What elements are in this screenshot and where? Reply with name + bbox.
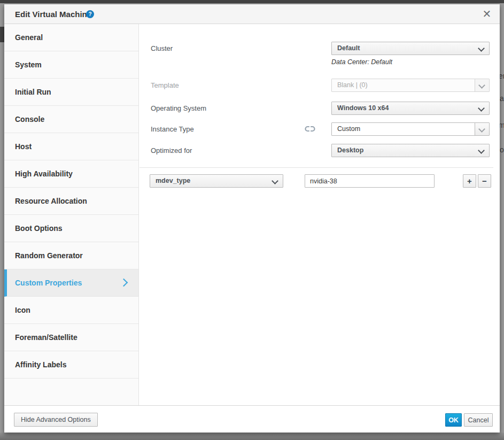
instance-type-combobox[interactable]: Custom [331,122,490,136]
data-center-hint: Data Center: Default [331,58,392,66]
cluster-value: Default [337,42,360,55]
sidebar-item-label: Console [15,115,44,123]
custom-property-key: mdev_type [156,175,190,187]
add-custom-property-button[interactable]: + [463,174,476,188]
edit-vm-dialog: Edit Virtual Machine ? ✕ General System … [4,4,500,433]
instance-type-value: Custom [337,123,360,135]
backdrop-masthead [0,0,504,3]
cluster-select[interactable]: Default [331,42,490,55]
sidebar-item-label: Foreman/Satellite [15,333,77,342]
sidebar-item-random-generator[interactable]: Random Generator [4,242,138,269]
dialog-sidebar: General System Initial Run Console Host … [4,24,139,405]
sidebar-item-label: High Availability [15,169,73,178]
sidebar-item-label: Resource Allocation [15,197,87,205]
hide-advanced-options-button[interactable]: Hide Advanced Options [14,413,98,427]
backdrop-text-fragment: o [500,145,504,154]
sidebar-item-high-availability[interactable]: High Availability [4,160,138,188]
custom-property-key-select[interactable]: mdev_type [150,174,283,188]
section-divider [139,167,493,168]
sidebar-item-general[interactable]: General [4,24,138,51]
sidebar-item-label: Initial Run [15,88,51,96]
template-dropdown-button [475,79,489,91]
sidebar-item-icon[interactable]: Icon [4,297,138,324]
ok-button[interactable]: OK [445,413,462,427]
sidebar-item-label: Affinity Labels [15,360,66,369]
chevron-down-icon [478,105,485,112]
chevron-down-icon [272,177,278,184]
chevron-right-icon [120,279,128,287]
sidebar-item-affinity-labels[interactable]: Affinity Labels [4,351,138,379]
operating-system-label: Operating System [151,102,206,115]
sidebar-item-custom-properties[interactable]: Custom Properties [4,269,138,297]
cancel-button[interactable]: Cancel [464,413,493,427]
dialog-footer: Hide Advanced Options OK Cancel [4,405,500,433]
operating-system-select[interactable]: Windows 10 x64 [331,102,490,115]
help-icon[interactable]: ? [86,10,94,18]
sidebar-item-label: Boot Options [15,224,63,233]
sidebar-item-label: Host [15,142,32,151]
close-icon[interactable]: ✕ [481,8,493,20]
sidebar-item-label: Custom Properties [15,279,82,287]
dialog-title: Edit Virtual Machine [15,4,91,24]
sidebar-item-system[interactable]: System [4,51,138,79]
instance-type-label: Instance Type [151,122,194,136]
chevron-down-icon [478,126,485,133]
custom-property-value-input[interactable] [305,174,435,188]
sidebar-item-label: Icon [15,306,30,314]
optimized-for-value: Desktop [337,144,363,157]
chevron-down-icon [478,45,485,52]
remove-custom-property-button[interactable]: − [478,174,491,188]
operating-system-value: Windows 10 x64 [337,102,389,114]
sidebar-item-boot-options[interactable]: Boot Options [4,215,138,242]
sidebar-item-host[interactable]: Host [4,133,138,160]
sidebar-item-label: General [15,33,43,42]
backdrop-text-fragment: a [500,94,504,103]
unlink-icon [304,125,316,133]
backdrop-element [0,27,4,42]
sidebar-item-initial-run[interactable]: Initial Run [4,79,138,106]
sidebar-item-label: System [15,60,42,69]
sidebar-item-foreman-satellite[interactable]: Foreman/Satellite [4,324,138,351]
template-label: Template [151,79,179,92]
sidebar-item-label: Random Generator [15,251,83,260]
sidebar-item-resource-allocation[interactable]: Resource Allocation [4,188,138,215]
sidebar-item-console[interactable]: Console [4,106,138,133]
chevron-down-icon [478,82,485,89]
dialog-header: Edit Virtual Machine ? ✕ [4,4,500,24]
optimized-for-label: Optimized for [151,144,192,157]
backdrop-shadow [0,433,504,440]
instance-type-dropdown-button[interactable] [475,123,489,135]
template-value: Blank | (0) [337,79,368,91]
template-combobox: Blank | (0) [331,79,490,92]
chevron-down-icon [478,147,485,154]
cluster-label: Cluster [151,42,173,55]
optimized-for-select[interactable]: Desktop [331,144,490,157]
